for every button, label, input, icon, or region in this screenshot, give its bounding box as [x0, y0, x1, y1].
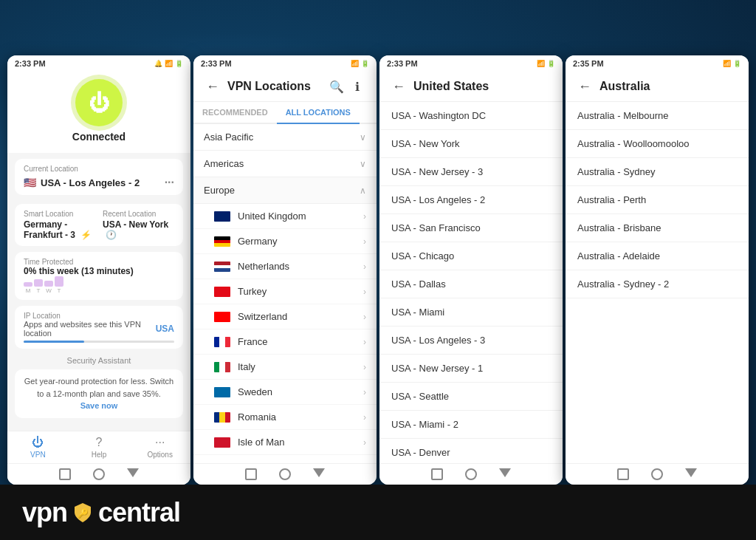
phone-united-states: 2:33 PM 📶 🔋 ← United States USA - Washin… — [379, 55, 563, 485]
country-switzerland[interactable]: Switzerland › — [193, 304, 377, 329]
android-recent-btn[interactable] — [245, 468, 257, 480]
android-nav-1 — [7, 463, 190, 485]
chevron-down-icon: ∨ — [360, 132, 366, 143]
nav-bar-4: ← Australia — [566, 72, 749, 102]
list-item[interactable]: USA - New York — [379, 130, 563, 158]
region-americas[interactable]: Americas ∨ — [193, 151, 377, 177]
nav-vpn[interactable]: ⏻ VPN — [7, 436, 69, 459]
promo-card: Get year-round protection for less. Swit… — [15, 369, 183, 418]
chevron-right-icon: › — [363, 412, 366, 423]
list-item[interactable]: USA - Miami — [379, 298, 563, 327]
country-netherlands[interactable]: Netherlands › — [193, 254, 377, 279]
list-item[interactable]: USA - New Jersey - 3 — [379, 158, 563, 186]
country-italy[interactable]: Italy › — [193, 355, 377, 380]
phone-australia: 2:35 PM 📶 🔋 ← Australia Australia - Melb… — [566, 55, 749, 485]
chevron-right-icon: › — [363, 287, 366, 297]
fr-flag — [214, 337, 230, 347]
status-icons-3: 📶 🔋 — [537, 60, 555, 67]
power-button[interactable]: ⏻ — [75, 79, 123, 126]
android-back-btn[interactable] — [313, 468, 325, 477]
list-item[interactable]: USA - Seattle — [379, 383, 563, 411]
country-sweden[interactable]: Sweden › — [193, 380, 377, 405]
country-turkey[interactable]: Turkey › — [193, 279, 377, 304]
phone-connected: 2:33 PM 🔔 📶 🔋 ⏻ Connected Current Locati… — [7, 55, 190, 485]
ch-flag — [214, 312, 230, 322]
back-arrow-3[interactable]: ← — [388, 76, 409, 97]
android-back-btn[interactable] — [499, 468, 511, 477]
nav-options[interactable]: ··· Options — [129, 436, 190, 459]
ro-flag — [214, 412, 230, 423]
list-item[interactable]: USA - Denver — [379, 439, 563, 463]
smart-location-col: Smart Location Germany - Frankfurt - 3 ⚡ — [24, 210, 95, 240]
list-item[interactable]: USA - Washington DC — [379, 102, 563, 130]
back-arrow-2[interactable]: ← — [202, 76, 223, 97]
us-flag: 🇺🇸 — [24, 177, 36, 188]
more-options-icon[interactable]: ··· — [165, 176, 174, 189]
time-bars: M T W T — [24, 279, 174, 294]
list-item[interactable]: Australia - Brisbane — [566, 214, 749, 242]
country-isle-of-man[interactable]: Isle of Man › — [193, 430, 377, 455]
list-item[interactable]: Australia - Adelaide — [566, 242, 749, 270]
save-link[interactable]: Save now — [80, 401, 118, 410]
list-item[interactable]: USA - Chicago — [379, 242, 563, 270]
tab-all-locations[interactable]: ALL LOCATIONS — [277, 102, 360, 124]
list-item[interactable]: Australia - Sydney — [566, 158, 749, 186]
smart-recent-card: Smart Location Germany - Frankfurt - 3 ⚡… — [15, 204, 183, 246]
list-item[interactable]: USA - Dallas — [379, 270, 563, 298]
list-item[interactable]: Australia - Perth — [566, 186, 749, 214]
time-2: 2:33 PM — [201, 59, 232, 68]
status-bar-2: 2:33 PM 📶 🔋 — [193, 55, 377, 72]
info-icon[interactable]: ℹ — [347, 76, 368, 97]
country-uk[interactable]: United Kingdom › — [193, 204, 377, 229]
status-icons-4: 📶 🔋 — [723, 60, 741, 67]
android-home-btn[interactable] — [465, 468, 477, 480]
uk-flag — [214, 211, 230, 222]
region-europe[interactable]: Europe ∧ — [193, 177, 377, 204]
chevron-right-icon: › — [363, 211, 366, 222]
nav-help[interactable]: ? Help — [69, 436, 130, 459]
us-title: United States — [413, 80, 554, 93]
list-item[interactable]: USA - New Jersey - 1 — [379, 355, 563, 383]
android-home-btn[interactable] — [651, 468, 663, 480]
android-home-btn[interactable] — [93, 468, 105, 480]
android-recent-btn[interactable] — [431, 468, 443, 480]
android-recent-btn[interactable] — [617, 468, 629, 480]
country-france[interactable]: France › — [193, 329, 377, 355]
security-assistant-label: Security Assistant — [7, 356, 190, 365]
list-item[interactable]: Australia - Melbourne — [566, 102, 749, 130]
tab-recommended[interactable]: RECOMMENDED — [193, 102, 277, 124]
android-nav-3 — [379, 463, 563, 485]
it-flag — [214, 362, 230, 372]
android-back-btn[interactable] — [685, 468, 697, 477]
android-home-btn[interactable] — [279, 468, 291, 480]
back-arrow-4[interactable]: ← — [574, 76, 595, 97]
list-item[interactable]: USA - Los Angeles - 2 — [379, 186, 563, 214]
status-bar-4: 2:35 PM 📶 🔋 — [566, 55, 749, 72]
se-flag — [214, 387, 230, 397]
chevron-right-icon: › — [363, 236, 366, 247]
chevron-right-icon: › — [363, 337, 366, 347]
list-item[interactable]: Australia - Woolloomooloo — [566, 130, 749, 158]
phone-vpn-locations: 2:33 PM 📶 🔋 ← VPN Locations 🔍 ℹ RECOMMEN… — [193, 55, 377, 485]
list-item[interactable]: USA - Miami - 2 — [379, 411, 563, 439]
chevron-right-icon: › — [363, 262, 366, 272]
country-germany[interactable]: Germany › — [193, 229, 377, 254]
list-item[interactable]: Australia - Sydney - 2 — [566, 270, 749, 298]
bolt-icon: ⚡ — [80, 230, 92, 240]
brand-shield-icon: 🔑 — [75, 503, 91, 522]
chevron-right-icon: › — [363, 437, 366, 448]
current-location-label: Current Location — [24, 165, 174, 173]
region-asia-pacific[interactable]: Asia Pacific ∨ — [193, 124, 377, 151]
vpn-locations-title: VPN Locations — [227, 80, 326, 93]
list-item[interactable]: USA - San Francisco — [379, 214, 563, 242]
list-item[interactable]: USA - Los Angeles - 3 — [379, 327, 563, 355]
de-flag — [214, 236, 230, 247]
android-back-btn[interactable] — [127, 468, 139, 477]
current-location-card: Current Location 🇺🇸 USA - Los Angeles - … — [15, 159, 183, 195]
power-icon: ⏻ — [89, 91, 109, 115]
country-romania[interactable]: Romania › — [193, 405, 377, 430]
nl-flag — [214, 262, 230, 272]
android-recent-btn[interactable] — [59, 468, 71, 480]
search-icon[interactable]: 🔍 — [326, 76, 347, 97]
connected-area: ⏻ Connected — [7, 72, 190, 153]
